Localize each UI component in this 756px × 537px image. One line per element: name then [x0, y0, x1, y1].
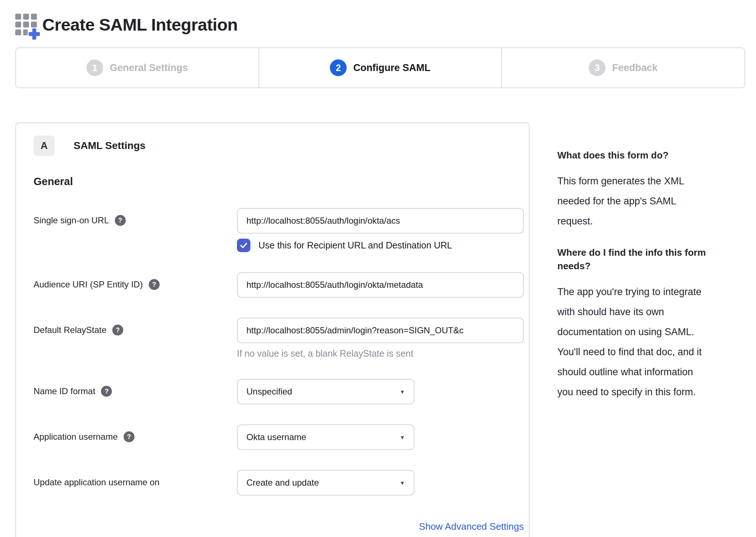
audience-uri-input[interactable]: [237, 272, 524, 298]
sso-label-wrap: Single sign-on URL ?: [34, 208, 237, 252]
form-row-sso: Single sign-on URL ? Use this for Recipi…: [34, 208, 524, 252]
step-configure-saml[interactable]: 2 Configure SAML: [258, 48, 502, 87]
application-username-select[interactable]: Okta username ▼: [237, 424, 414, 450]
show-advanced-settings-link[interactable]: Show Advanced Settings: [419, 521, 524, 532]
page-title: Create SAML Integration: [42, 15, 238, 35]
checkmark-icon: [239, 241, 248, 250]
wizard-steps: 1 General Settings 2 Configure SAML 3 Fe…: [15, 47, 745, 88]
step-general-settings[interactable]: 1 General Settings: [16, 48, 258, 87]
recipient-url-check-row: Use this for Recipient URL and Destinati…: [237, 239, 524, 252]
relaystate-label-wrap: Default RelayState ?: [34, 318, 237, 359]
section-title: SAML Settings: [74, 140, 145, 152]
form-row-audience: Audience URI (SP Entity ID) ?: [34, 272, 524, 298]
appusername-label: Application username: [34, 432, 118, 442]
nameid-format-value: Unspecified: [246, 387, 292, 397]
step-number-badge: 1: [86, 59, 103, 76]
relaystate-input[interactable]: [237, 318, 524, 343]
help-sidebar: What does this form do? This form genera…: [557, 122, 745, 417]
help-icon[interactable]: ?: [101, 386, 112, 397]
sso-field-col: Use this for Recipient URL and Destinati…: [237, 208, 524, 252]
sidebar-body-where: The app you're trying to integrate with …: [557, 282, 745, 402]
application-username-value: Okta username: [246, 432, 306, 442]
audience-label: Audience URI (SP Entity ID): [34, 279, 143, 290]
step-label: Configure SAML: [353, 62, 430, 74]
recipient-url-checkbox[interactable]: [237, 239, 250, 252]
section-letter-badge: A: [34, 136, 55, 156]
page-header: Create SAML Integration: [0, 0, 756, 41]
group-heading-general: General: [34, 176, 524, 188]
form-row-appusername: Application username ? Okta username ▼: [34, 424, 524, 450]
update-username-select[interactable]: Create and update ▼: [237, 470, 414, 495]
nameid-label: Name ID format: [34, 386, 95, 396]
form-row-relaystate: Default RelayState ? If no value is set,…: [34, 318, 524, 359]
audience-label-wrap: Audience URI (SP Entity ID) ?: [34, 272, 237, 298]
step-feedback[interactable]: 3 Feedback: [501, 48, 744, 87]
advanced-settings-row: Show Advanced Settings: [34, 521, 524, 532]
sso-url-input[interactable]: [237, 208, 524, 234]
main-content: A SAML Settings General Single sign-on U…: [15, 122, 756, 537]
sidebar-heading-what: What does this form do?: [557, 149, 745, 162]
chevron-down-icon: ▼: [400, 434, 405, 440]
help-icon[interactable]: ?: [112, 325, 123, 336]
updateusername-label: Update application username on: [34, 477, 160, 487]
help-icon[interactable]: ?: [124, 431, 135, 442]
form-row-updateusername: Update application username on Create an…: [34, 470, 524, 495]
appusername-label-wrap: Application username ?: [34, 424, 237, 450]
sso-label: Single sign-on URL: [34, 215, 109, 226]
step-label: General Settings: [110, 62, 188, 74]
step-number-badge: 2: [330, 59, 347, 76]
chevron-down-icon: ▼: [400, 480, 405, 486]
saml-settings-panel: A SAML Settings General Single sign-on U…: [15, 122, 530, 537]
sidebar-body-what: This form generates the XML needed for t…: [557, 171, 745, 231]
step-label: Feedback: [612, 62, 658, 74]
help-icon[interactable]: ?: [149, 279, 160, 290]
audience-field-col: [237, 272, 524, 298]
relaystate-field-col: If no value is set, a blank RelayState i…: [237, 318, 524, 359]
sidebar-heading-where: Where do I find the info this form needs…: [557, 246, 745, 273]
nameid-format-select[interactable]: Unspecified ▼: [237, 379, 414, 404]
app-grid-plus-icon: [15, 10, 41, 41]
chevron-down-icon: ▼: [400, 389, 405, 395]
step-number-badge: 3: [589, 59, 605, 76]
help-icon[interactable]: ?: [115, 215, 126, 226]
relaystate-label: Default RelayState: [34, 325, 106, 335]
relaystate-helper-text: If no value is set, a blank RelayState i…: [237, 348, 524, 359]
recipient-url-checkbox-label: Use this for Recipient URL and Destinati…: [258, 240, 452, 251]
updateusername-label-wrap: Update application username on: [34, 470, 237, 495]
update-username-value: Create and update: [246, 478, 319, 488]
nameid-label-wrap: Name ID format ?: [34, 379, 237, 404]
section-header: A SAML Settings: [34, 136, 524, 156]
form-row-nameid: Name ID format ? Unspecified ▼: [34, 379, 524, 404]
